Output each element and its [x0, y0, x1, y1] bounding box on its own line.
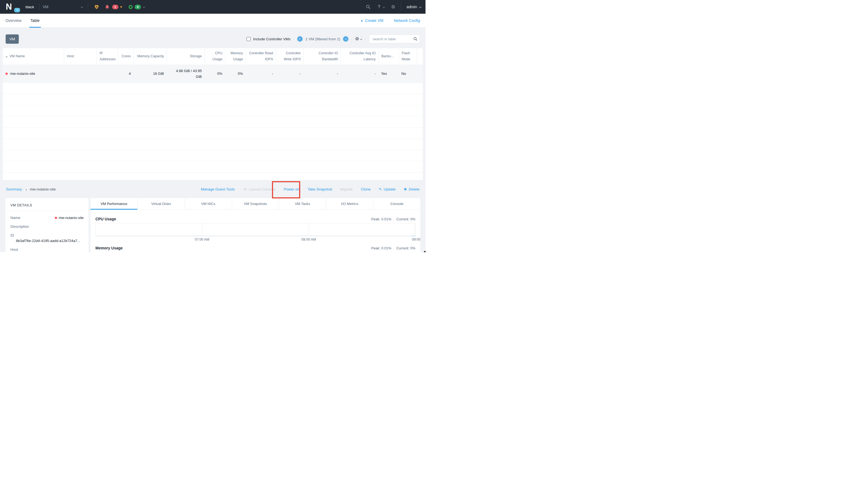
column-header-storage[interactable]: Storage	[167, 48, 205, 65]
id-value: 8b3af76e-22d4-4195-aadd-a12b724a7...	[11, 239, 84, 243]
chevron-down-icon[interactable]	[143, 6, 145, 8]
detail-row-id: ID	[11, 233, 84, 237]
table-row-selected[interactable]: mw-nutanix-site 4 16 GiB 4.68 GiB / 43.9…	[3, 65, 423, 83]
table-header-row: VM Name Host IP Addresses Cores Memory C…	[3, 48, 423, 65]
breadcrumb-summary-link[interactable]: Summary	[6, 187, 22, 191]
tab-overview[interactable]: Overview	[5, 14, 21, 28]
vm-name-cell[interactable]: mw-nutanix-site	[10, 71, 35, 76]
migrate-button[interactable]: Migrate	[340, 187, 353, 191]
entity-nav-dropdown[interactable]: VM	[43, 5, 83, 9]
floating-widget-button[interactable]	[423, 251, 425, 252]
table-toolbar: VM Include Controller VMs · 1 VM (filter…	[5, 34, 420, 44]
page-subnav: Overview · Table + Create VM Network Con…	[0, 14, 425, 28]
topbar-divider	[39, 3, 39, 11]
column-header-cpu-usage[interactable]: CPU Usage	[205, 48, 225, 65]
storage-cell: 4.68 GiB / 43.95 GiB	[170, 68, 202, 80]
vm-action-bar: Summary mw-nutanix-site Manage Guest Too…	[0, 180, 425, 198]
memory-chart-title: Memory Usage	[95, 246, 123, 250]
launch-console-button[interactable]: Launch Console	[243, 187, 276, 191]
include-controller-checkbox[interactable]	[247, 37, 251, 41]
help-icon[interactable]: ?	[378, 4, 380, 9]
network-config-button[interactable]: Network Config	[394, 18, 420, 23]
column-header-cores[interactable]: Cores	[118, 48, 134, 65]
manage-guest-tools-button[interactable]: Manage Guest Tools	[201, 187, 235, 191]
alerts-bell-icon[interactable]	[105, 4, 110, 10]
vm-count-text: 1 VM (filtered from 2)	[305, 37, 340, 41]
vm-table: VM Name Host IP Addresses Cores Memory C…	[3, 48, 423, 180]
controller-avg-io-latency-cell: -	[374, 71, 376, 76]
tab-vm-tasks[interactable]: VM Tasks	[279, 198, 326, 210]
cpu-usage-chart[interactable]	[95, 223, 415, 236]
dot-separator: ·	[365, 37, 366, 41]
breadcrumb-current-vm: mw-nutanix-site	[30, 187, 56, 191]
entity-type-button[interactable]: VM	[5, 34, 19, 44]
next-page-button[interactable]	[343, 36, 349, 42]
launch-console-icon	[243, 187, 247, 191]
tab-vm-nics[interactable]: VM NICs	[185, 198, 232, 210]
column-header-memory-capacity[interactable]: Memory Capacity	[134, 48, 167, 65]
detail-row-description: Description	[11, 224, 84, 229]
x-tick: 09:00	[412, 238, 420, 241]
network-config-label: Network Config	[394, 18, 420, 23]
description-label: Description	[11, 224, 29, 229]
tab-io-metrics[interactable]: I/O Metrics	[326, 198, 373, 210]
controller-read-iops-cell: -	[272, 71, 273, 76]
tab-vm-snapshots[interactable]: VM Snapshots	[232, 198, 279, 210]
tab-console[interactable]: Console	[373, 198, 420, 210]
controller-write-iops-cell: -	[300, 71, 301, 76]
tab-vm-performance[interactable]: VM Performance	[90, 198, 138, 210]
column-header-vm-name[interactable]: VM Name	[3, 48, 64, 65]
column-header-flash-mode[interactable]: Flash Mode	[398, 48, 417, 65]
memory-usage-cell: 0%	[238, 71, 243, 76]
detail-tabs: VM Performance Virtual Disks VM NICs VM …	[90, 198, 420, 210]
pencil-icon: ✎	[379, 187, 382, 191]
tasks-ring-icon[interactable]	[128, 5, 133, 9]
column-header-controller-avg-io-latency[interactable]: Controller Avg IO Latency	[341, 48, 378, 65]
column-header-backup[interactable]: Backu...	[378, 48, 398, 65]
cpu-usage-cell: 0%	[217, 71, 222, 76]
health-heart-icon[interactable]	[94, 4, 99, 10]
update-button[interactable]: ✎Update	[379, 187, 396, 191]
column-header-host[interactable]: Host	[64, 48, 96, 65]
memory-peak-value: Peak: 0.01%	[371, 246, 391, 250]
prev-page-button[interactable]	[297, 36, 303, 42]
column-header-controller-read-iops[interactable]: Controller Read IOPS	[246, 48, 276, 65]
power-state-off-icon	[5, 73, 8, 75]
column-header-memory-usage[interactable]: Memory Usage	[225, 48, 246, 65]
create-vm-label: Create VM	[365, 18, 383, 23]
top-bar: N CE black VM 1 4 ? ⚙ ad	[0, 0, 425, 14]
table-search-input[interactable]	[369, 35, 420, 43]
memory-current-value: Current: 0%	[396, 246, 415, 250]
subnav-actions: + Create VM Network Config	[361, 18, 420, 23]
nutanix-prism-app: N CE black VM 1 4 ? ⚙ ad	[0, 0, 425, 252]
table-row-empty	[3, 173, 423, 180]
column-header-controller-io-bandwidth[interactable]: Controller IO Bandwidth	[303, 48, 341, 65]
table-row-empty	[3, 83, 423, 94]
memory-usage-chart-section: Memory Usage Peak: 0.01% Current: 0%	[90, 246, 420, 252]
x-tick: 07:00 AM	[195, 238, 210, 241]
create-vm-button[interactable]: + Create VM	[361, 18, 384, 23]
nutanix-logo[interactable]: N CE	[6, 2, 18, 12]
clone-button[interactable]: Clone	[361, 187, 370, 191]
cluster-name[interactable]: black	[25, 5, 34, 9]
tab-table[interactable]: Table	[31, 14, 39, 28]
task-count-badge[interactable]: 4	[135, 5, 141, 9]
table-row-empty	[3, 150, 423, 161]
tab-virtual-disks[interactable]: Virtual Disks	[138, 198, 185, 210]
settings-gear-icon[interactable]: ⚙	[391, 5, 395, 9]
column-header-ip-addresses[interactable]: IP Addresses	[96, 48, 118, 65]
column-header-controller-write-iops[interactable]: Controller Write IOPS	[276, 48, 303, 65]
take-snapshot-button[interactable]: Take Snapshot	[307, 187, 332, 191]
user-menu[interactable]: admin	[407, 5, 421, 9]
table-settings-dropdown[interactable]: ⚙	[355, 37, 361, 41]
tab-overview-label: Overview	[5, 18, 21, 23]
username: admin	[407, 5, 417, 9]
cpu-usage-chart-section: CPU Usage Peak: 0.01% Current: 0% 07:00 …	[90, 217, 420, 242]
id-label: ID	[11, 233, 14, 237]
cpu-peak-value: Peak: 0.01%	[371, 217, 391, 221]
global-search-icon[interactable]	[366, 4, 371, 9]
chevron-down-icon[interactable]	[383, 6, 385, 8]
power-on-button[interactable]: Power on	[284, 187, 299, 191]
alert-count-badge[interactable]: 1	[112, 5, 119, 9]
delete-button[interactable]: ✖Delete	[404, 187, 420, 191]
